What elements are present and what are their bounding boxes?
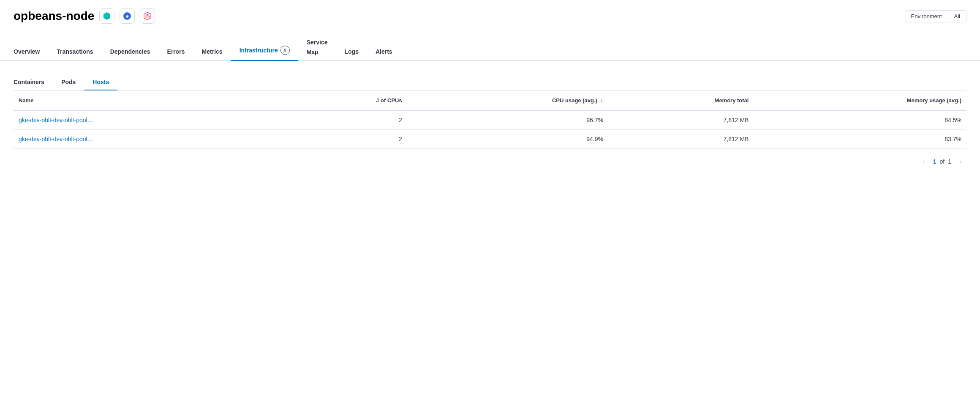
- tab-dependencies[interactable]: Dependencies: [102, 43, 159, 61]
- svg-marker-0: [103, 12, 110, 20]
- col-name[interactable]: Name: [14, 90, 289, 111]
- pagination-total: 1: [948, 158, 951, 165]
- host-memory-usage-row2: 83.7%: [754, 129, 966, 148]
- infra-tab-containers[interactable]: Containers: [14, 74, 53, 90]
- host-cpus-row2: 2: [289, 129, 407, 148]
- tab-service-map[interactable]: Service Map: [298, 34, 336, 61]
- green-hexagon-icon: [103, 12, 111, 20]
- host-cpu-usage-row2: 94.9%: [407, 129, 608, 148]
- svg-text:⎈: ⎈: [126, 14, 129, 19]
- svg-point-6: [145, 16, 147, 18]
- table-row: gke-dev-oblt-dev-oblt-pool... 2 96.7% 7,…: [14, 110, 966, 129]
- page-title: opbeans-node: [14, 9, 94, 23]
- environment-label: Environment: [905, 11, 948, 22]
- infra-tabs: Containers Pods Hosts: [14, 74, 966, 90]
- elastic-icon: [143, 12, 152, 20]
- col-memory-total[interactable]: Memory total: [608, 90, 754, 111]
- col-memory-usage[interactable]: Memory usage (avg.): [754, 90, 966, 111]
- kubernetes-icon-button[interactable]: ⎈: [120, 8, 135, 24]
- environment-value: All: [948, 11, 966, 22]
- tab-errors[interactable]: Errors: [159, 43, 193, 61]
- pagination: ‹ 1 of 1 ›: [14, 149, 966, 174]
- table-row: gke-dev-oblt-dev-oblt-pool... 2 94.9% 7,…: [14, 129, 966, 148]
- host-memory-usage-row1: 84.5%: [754, 110, 966, 129]
- host-name-row1[interactable]: gke-dev-oblt-dev-oblt-pool...: [14, 110, 289, 129]
- tab-metrics[interactable]: Metrics: [193, 43, 231, 61]
- svg-point-5: [147, 14, 148, 16]
- pagination-prev-button[interactable]: ‹: [918, 156, 930, 167]
- environment-selector[interactable]: Environment All: [905, 10, 966, 22]
- hosts-table: Name # of CPUs CPU usage (avg.) ↓ Memory…: [14, 90, 966, 149]
- pagination-current: 1: [933, 158, 936, 165]
- tab-infrastructure[interactable]: Infrastructure β: [231, 41, 298, 61]
- col-cpu-usage[interactable]: CPU usage (avg.) ↓: [407, 90, 608, 111]
- host-name-row2[interactable]: gke-dev-oblt-dev-oblt-pool...: [14, 129, 289, 148]
- tab-overview[interactable]: Overview: [14, 43, 48, 61]
- infra-tab-pods[interactable]: Pods: [53, 74, 84, 90]
- svg-point-7: [149, 16, 150, 18]
- main-navigation: Overview Transactions Dependencies Error…: [0, 34, 980, 61]
- table-body: gke-dev-oblt-dev-oblt-pool... 2 96.7% 7,…: [14, 110, 966, 148]
- pagination-of-label: of: [940, 158, 945, 165]
- tab-alerts[interactable]: Alerts: [367, 43, 401, 61]
- tab-logs[interactable]: Logs: [336, 43, 367, 61]
- host-cpu-usage-row1: 96.7%: [407, 110, 608, 129]
- table-header-row: Name # of CPUs CPU usage (avg.) ↓ Memory…: [14, 90, 966, 111]
- host-memory-total-row1: 7,812 MB: [608, 110, 754, 129]
- host-memory-total-row2: 7,812 MB: [608, 129, 754, 148]
- host-cpus-row1: 2: [289, 110, 407, 129]
- sort-down-icon: ↓: [600, 97, 603, 104]
- elastic-icon-button[interactable]: [140, 8, 155, 24]
- infra-tab-hosts[interactable]: Hosts: [84, 74, 117, 90]
- col-cpus[interactable]: # of CPUs: [289, 90, 407, 111]
- environment-group[interactable]: Environment All: [905, 10, 966, 22]
- green-hexagon-icon-button[interactable]: [99, 8, 114, 24]
- page-header: opbeans-node ⎈ Environment All: [0, 0, 980, 24]
- kubernetes-icon: ⎈: [123, 12, 131, 20]
- main-content: Containers Pods Hosts Name # of CPUs CPU…: [0, 61, 980, 174]
- pagination-next-button[interactable]: ›: [955, 156, 966, 167]
- tab-transactions[interactable]: Transactions: [48, 43, 101, 61]
- header-left: opbeans-node ⎈: [14, 8, 155, 24]
- hosts-table-container: Name # of CPUs CPU usage (avg.) ↓ Memory…: [14, 90, 966, 149]
- beta-badge: β: [280, 46, 290, 55]
